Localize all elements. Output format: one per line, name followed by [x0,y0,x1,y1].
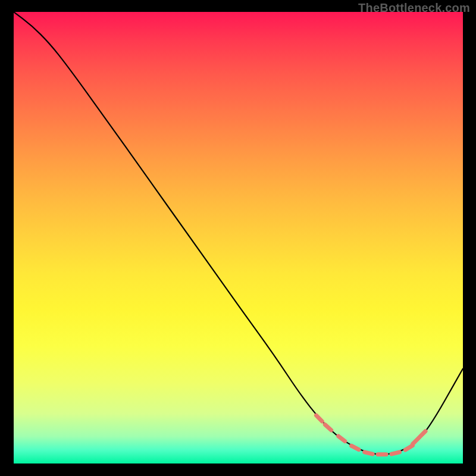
highlight-dash [392,452,400,454]
chart-frame [14,12,463,464]
highlight-dash [325,425,331,430]
chart-svg [14,12,463,464]
highlight-dash [365,452,373,454]
highlight-dash [419,431,425,437]
attribution-label: TheBottleneck.com [358,1,470,15]
highlight-dash [405,446,412,450]
highlight-markers [317,415,426,455]
highlight-dash [413,438,419,444]
highlight-dash [317,415,322,421]
highlight-dash [352,446,359,450]
bottleneck-curve [14,12,463,455]
highlight-dash [339,436,345,441]
